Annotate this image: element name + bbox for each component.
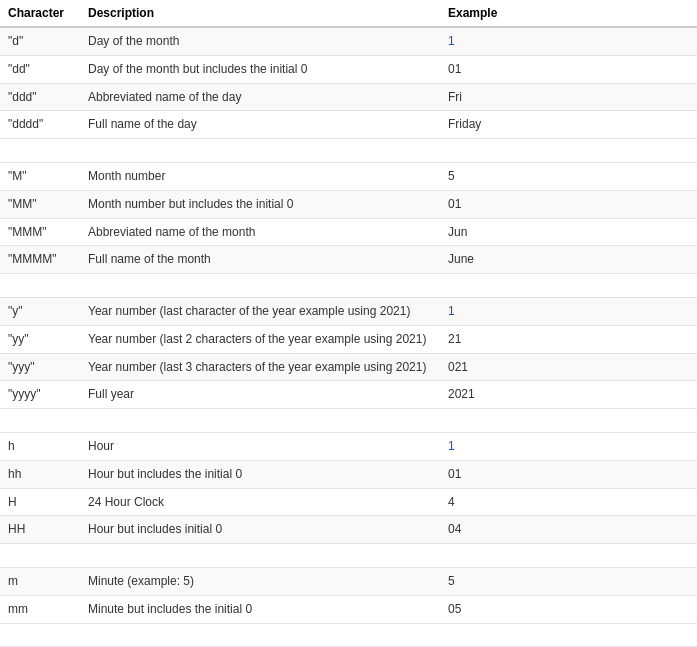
cell-description: Abbreviated name of the month [80, 218, 440, 246]
cell-example: 04 [440, 516, 697, 544]
separator-row [0, 139, 697, 163]
separator-cell [0, 409, 697, 433]
table-row: "yyyy"Full year2021 [0, 381, 697, 409]
table-row: "M"Month number5 [0, 162, 697, 190]
cell-description: Month number but includes the initial 0 [80, 190, 440, 218]
table-row: "MMM"Abbreviated name of the monthJun [0, 218, 697, 246]
cell-character: "dd" [0, 55, 80, 83]
cell-character: hh [0, 460, 80, 488]
table-row: "MM"Month number but includes the initia… [0, 190, 697, 218]
table-row: hHour1 [0, 432, 697, 460]
cell-example: 01 [440, 190, 697, 218]
table-row: "y"Year number (last character of the ye… [0, 297, 697, 325]
cell-description: Year number (last 2 characters of the ye… [80, 325, 440, 353]
cell-description: Month number [80, 162, 440, 190]
separator-cell [0, 623, 697, 647]
cell-character: HH [0, 516, 80, 544]
cell-character: "M" [0, 162, 80, 190]
cell-description: Day of the month [80, 27, 440, 55]
cell-example: 21 [440, 325, 697, 353]
table-row: "d"Day of the month1 [0, 27, 697, 55]
cell-character: "MM" [0, 190, 80, 218]
cell-character: m [0, 567, 80, 595]
cell-example: 01 [440, 460, 697, 488]
separator-row [0, 274, 697, 298]
example-link[interactable]: 1 [448, 304, 455, 318]
example-link[interactable]: 1 [448, 34, 455, 48]
cell-description: Full name of the month [80, 246, 440, 274]
cell-example: 5 [440, 162, 697, 190]
separator-row [0, 623, 697, 647]
cell-example: 2021 [440, 381, 697, 409]
cell-example: 1 [440, 297, 697, 325]
cell-description: Hour but includes initial 0 [80, 516, 440, 544]
cell-character: "yy" [0, 325, 80, 353]
cell-character: "y" [0, 297, 80, 325]
separator-cell [0, 544, 697, 568]
cell-character: "dddd" [0, 111, 80, 139]
cell-description: Full name of the day [80, 111, 440, 139]
col-header-character: Character [0, 0, 80, 27]
cell-example: 1 [440, 27, 697, 55]
table-row: "MMMM"Full name of the monthJune [0, 246, 697, 274]
cell-example: 4 [440, 488, 697, 516]
cell-description: Full year [80, 381, 440, 409]
table-row: HHHour but includes initial 004 [0, 516, 697, 544]
cell-character: "yyy" [0, 353, 80, 381]
cell-example: Friday [440, 111, 697, 139]
cell-example: 05 [440, 595, 697, 623]
cell-character: h [0, 432, 80, 460]
col-header-example: Example [440, 0, 697, 27]
table-row: "yyy"Year number (last 3 characters of t… [0, 353, 697, 381]
table-row: H24 Hour Clock4 [0, 488, 697, 516]
cell-character: "ddd" [0, 83, 80, 111]
cell-description: Minute but includes the initial 0 [80, 595, 440, 623]
cell-example: 5 [440, 567, 697, 595]
cell-description: Abbreviated name of the day [80, 83, 440, 111]
cell-example: 021 [440, 353, 697, 381]
cell-example: Fri [440, 83, 697, 111]
table-row: mmMinute but includes the initial 005 [0, 595, 697, 623]
cell-character: mm [0, 595, 80, 623]
cell-description: Year number (last 3 characters of the ye… [80, 353, 440, 381]
cell-example: Jun [440, 218, 697, 246]
cell-description: Day of the month but includes the initia… [80, 55, 440, 83]
cell-description: 24 Hour Clock [80, 488, 440, 516]
col-header-description: Description [80, 0, 440, 27]
separator-cell [0, 139, 697, 163]
cell-character: "yyyy" [0, 381, 80, 409]
cell-character: "MMMM" [0, 246, 80, 274]
cell-example: June [440, 246, 697, 274]
table-row: hhHour but includes the initial 001 [0, 460, 697, 488]
separator-row [0, 544, 697, 568]
separator-cell [0, 274, 697, 298]
cell-description: Year number (last character of the year … [80, 297, 440, 325]
table-row: mMinute (example: 5)5 [0, 567, 697, 595]
table-row: "dd"Day of the month but includes the in… [0, 55, 697, 83]
table-row: "yy"Year number (last 2 characters of th… [0, 325, 697, 353]
cell-description: Hour [80, 432, 440, 460]
table-row: "dddd"Full name of the dayFriday [0, 111, 697, 139]
table-row: "ddd"Abbreviated name of the dayFri [0, 83, 697, 111]
cell-description: Hour but includes the initial 0 [80, 460, 440, 488]
cell-character: "d" [0, 27, 80, 55]
cell-character: "MMM" [0, 218, 80, 246]
cell-example: 1 [440, 432, 697, 460]
cell-example: 01 [440, 55, 697, 83]
example-link[interactable]: 1 [448, 439, 455, 453]
separator-row [0, 409, 697, 433]
cell-character: H [0, 488, 80, 516]
cell-description: Minute (example: 5) [80, 567, 440, 595]
